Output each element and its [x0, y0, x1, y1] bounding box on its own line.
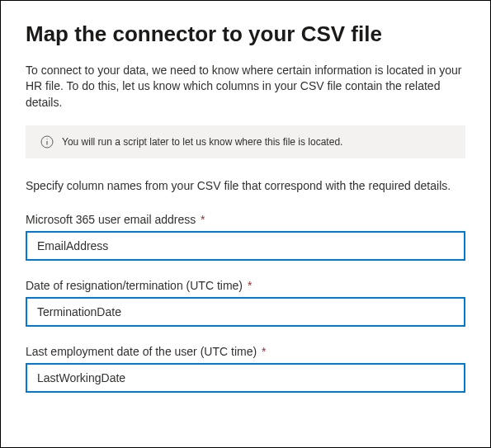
required-asterisk: * — [262, 345, 266, 358]
field-group-email: Microsoft 365 user email address * — [26, 213, 465, 261]
field-label-termination: Date of resignation/termination (UTC tim… — [26, 279, 465, 292]
field-label-email: Microsoft 365 user email address * — [26, 213, 465, 226]
email-column-input[interactable] — [26, 231, 465, 261]
svg-point-2 — [46, 139, 47, 139]
page-title: Map the connector to your CSV file — [26, 21, 465, 48]
intro-paragraph: To connect to your data, we need to know… — [26, 63, 465, 111]
required-asterisk: * — [248, 279, 252, 292]
termination-column-input[interactable] — [26, 297, 465, 327]
field-label-lastworking: Last employment date of the user (UTC ti… — [26, 345, 465, 358]
field-label-text: Microsoft 365 user email address — [26, 213, 196, 226]
info-banner: You will run a script later to let us kn… — [26, 125, 465, 158]
required-asterisk: * — [201, 213, 205, 226]
field-group-lastworking: Last employment date of the user (UTC ti… — [26, 345, 465, 393]
field-group-termination: Date of resignation/termination (UTC tim… — [26, 279, 465, 327]
field-label-text: Last employment date of the user (UTC ti… — [26, 345, 257, 358]
lastworking-column-input[interactable] — [26, 363, 465, 393]
info-icon — [40, 135, 54, 149]
field-label-text: Date of resignation/termination (UTC tim… — [26, 279, 243, 292]
info-banner-text: You will run a script later to let us kn… — [62, 136, 342, 148]
specify-paragraph: Specify column names from your CSV file … — [26, 178, 465, 195]
